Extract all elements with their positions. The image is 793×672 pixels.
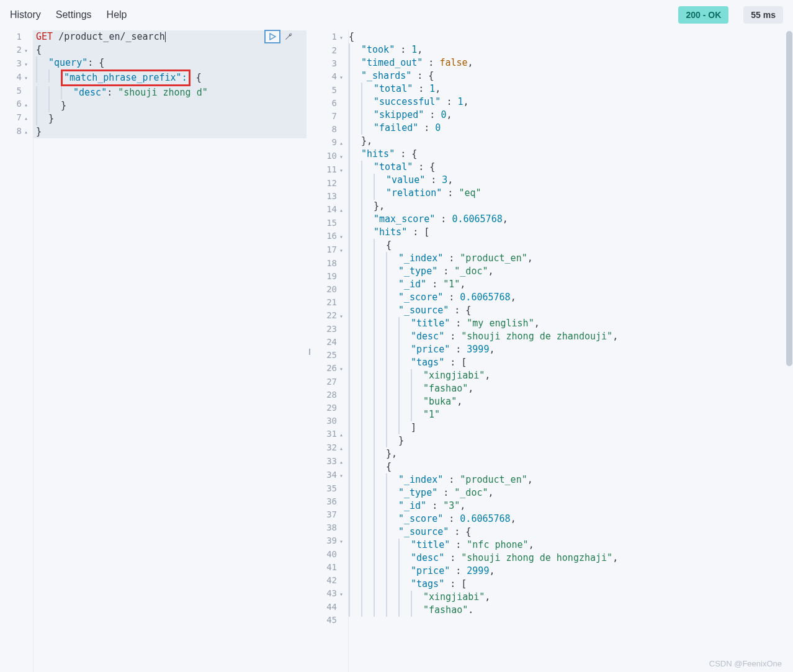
line-number: 23 <box>311 323 343 336</box>
pane-splitter[interactable] <box>307 30 311 672</box>
line-number: 8▴ <box>0 125 28 138</box>
response-line[interactable]: "successful" : 1, <box>349 96 793 109</box>
vertical-scrollbar[interactable] <box>786 30 793 672</box>
line-number: 8 <box>311 123 343 136</box>
response-line[interactable]: "_type" : "_doc", <box>349 265 793 278</box>
request-code-area[interactable]: GET /product_en/_search{"query": {"match… <box>34 30 307 672</box>
editor-line[interactable]: "match_phrase_prefix": { <box>34 69 307 86</box>
response-line[interactable]: "value" : 3, <box>349 174 793 187</box>
response-line[interactable]: "1" <box>349 408 793 421</box>
response-line[interactable]: "_shards" : { <box>349 69 793 83</box>
response-line[interactable]: "hits" : [ <box>349 226 793 239</box>
line-number: 42 <box>311 574 343 587</box>
editor-line[interactable]: "query": { <box>34 56 307 69</box>
editor-line[interactable]: { <box>34 43 307 56</box>
response-line[interactable]: "failed" : 0 <box>349 122 793 135</box>
response-line[interactable]: "_source" : { <box>349 526 793 539</box>
response-line[interactable]: }, <box>349 200 793 213</box>
response-line[interactable]: "title" : "my english", <box>349 317 793 330</box>
response-line[interactable]: "desc" : "shouji zhong de hongzhaji", <box>349 552 793 565</box>
settings-menu[interactable]: Settings <box>56 9 92 20</box>
response-line[interactable]: "relation" : "eq" <box>349 187 793 200</box>
line-number: 27 <box>311 375 343 388</box>
response-line[interactable]: "timed_out" : false, <box>349 56 793 69</box>
response-line[interactable]: "_id" : "3", <box>349 500 793 513</box>
response-line[interactable]: "tags" : [ <box>349 356 793 369</box>
response-line[interactable]: "_id" : "1", <box>349 278 793 291</box>
line-number: 38 <box>311 521 343 534</box>
request-gutter: 12▾3▾4▾56▴7▴8▴ <box>0 30 34 672</box>
response-line[interactable]: "buka", <box>349 395 793 408</box>
line-number: 45 <box>311 614 343 627</box>
line-number: 3 <box>311 57 343 70</box>
response-line[interactable]: "_type" : "_doc", <box>349 486 793 500</box>
response-gutter: 1▾234▾56789▴10▾11▾121314▴1516▾17▾1819202… <box>311 30 349 672</box>
response-line[interactable]: } <box>349 434 793 447</box>
line-number: 21 <box>311 296 343 309</box>
response-line[interactable]: "total" : { <box>349 161 793 174</box>
scroll-thumb[interactable] <box>786 31 792 366</box>
response-line[interactable]: "xingjiabi", <box>349 369 793 382</box>
editor-line[interactable]: } <box>34 125 307 138</box>
line-number: 19 <box>311 270 343 283</box>
response-line[interactable]: "tags" : [ <box>349 578 793 591</box>
response-line[interactable]: "_score" : 0.6065768, <box>349 513 793 526</box>
line-number: 28 <box>311 388 343 401</box>
response-line[interactable]: "took" : 1, <box>349 43 793 56</box>
editor-line[interactable]: } <box>34 99 307 112</box>
line-number: 4▾ <box>311 70 343 84</box>
line-number: 40 <box>311 548 343 561</box>
line-number: 35 <box>311 482 343 495</box>
response-line[interactable]: "max_score" : 0.6065768, <box>349 213 793 226</box>
line-number: 18 <box>311 257 343 270</box>
line-number: 11▾ <box>311 163 343 177</box>
line-number: 6▴ <box>0 97 28 111</box>
request-options-button[interactable] <box>282 30 295 43</box>
response-line[interactable]: }, <box>349 135 793 148</box>
response-line[interactable]: "price" : 2999, <box>349 565 793 578</box>
response-line[interactable]: "total" : 1, <box>349 83 793 96</box>
help-menu[interactable]: Help <box>107 9 127 20</box>
response-line[interactable]: "fashao". <box>349 604 793 617</box>
response-line[interactable]: "price" : 3999, <box>349 343 793 356</box>
line-number: 2 <box>311 44 343 57</box>
main-split: 12▾3▾4▾56▴7▴8▴ GET /product_en/_search{"… <box>0 30 793 672</box>
response-line[interactable]: "skipped" : 0, <box>349 109 793 122</box>
request-editor-pane: 12▾3▾4▾56▴7▴8▴ GET /product_en/_search{"… <box>0 30 307 672</box>
line-number: 15 <box>311 217 343 230</box>
line-number: 30 <box>311 414 343 428</box>
line-number: 10▾ <box>311 150 343 163</box>
line-number: 34▾ <box>311 468 343 482</box>
response-line[interactable]: { <box>349 460 793 473</box>
response-line[interactable]: "title" : "nfc phone", <box>349 539 793 552</box>
response-code-area[interactable]: {"took" : 1,"timed_out" : false,"_shards… <box>349 30 793 672</box>
response-line[interactable]: "_index" : "product_en", <box>349 252 793 265</box>
line-number: 6 <box>311 97 343 110</box>
response-pane: 1▾234▾56789▴10▾11▾121314▴1516▾17▾1819202… <box>311 30 793 672</box>
response-line[interactable]: "_source" : { <box>349 304 793 317</box>
response-line[interactable]: "_index" : "product_en", <box>349 473 793 486</box>
line-number: 14▴ <box>311 203 343 217</box>
response-line[interactable]: "desc" : "shouji zhong de zhandouji", <box>349 330 793 343</box>
response-line[interactable]: { <box>349 239 793 252</box>
history-menu[interactable]: History <box>10 9 41 20</box>
line-number: 9▴ <box>311 136 343 150</box>
response-line[interactable]: }, <box>349 447 793 460</box>
run-request-button[interactable] <box>264 30 280 43</box>
line-number: 16▾ <box>311 230 343 243</box>
line-number: 7 <box>311 110 343 123</box>
editor-line[interactable]: } <box>34 112 307 125</box>
response-line[interactable]: "_score" : 0.6065768, <box>349 291 793 304</box>
response-line[interactable]: "hits" : { <box>349 148 793 161</box>
response-line[interactable]: { <box>349 30 793 43</box>
response-line[interactable]: "xingjiabi", <box>349 591 793 604</box>
line-number: 4▾ <box>0 71 28 84</box>
response-line[interactable]: "fashao", <box>349 382 793 395</box>
line-number: 13 <box>311 190 343 203</box>
line-number: 31▴ <box>311 428 343 441</box>
line-number: 37 <box>311 508 343 521</box>
wrench-icon <box>284 32 293 42</box>
editor-line[interactable]: "desc": "shouji zhong d" <box>34 86 307 99</box>
line-number: 44 <box>311 601 343 614</box>
response-line[interactable]: ] <box>349 421 793 434</box>
